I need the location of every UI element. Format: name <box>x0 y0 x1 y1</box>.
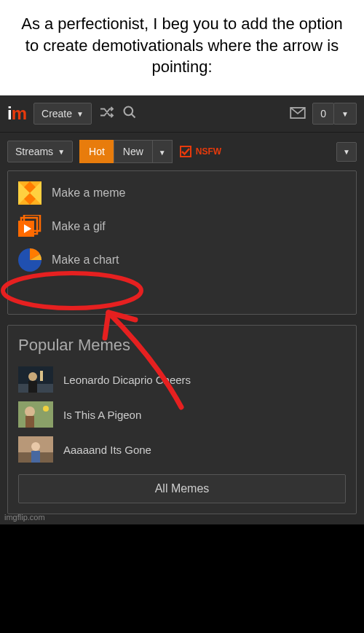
caret-down-icon: ▼ <box>341 110 349 118</box>
meme-caption-area: As a perfectionist, I beg you to add the… <box>0 0 364 95</box>
shuffle-icon[interactable] <box>99 106 115 122</box>
meme-label: Aaaaand Its Gone <box>63 444 151 456</box>
make-chart-item[interactable]: Make a chart <box>18 248 346 272</box>
svg-rect-16 <box>25 416 34 428</box>
nsfw-toggle[interactable]: NSFW <box>180 146 221 157</box>
meme-label: Leonardo Dicaprio Cheers <box>63 374 191 386</box>
sort-new-button[interactable]: New <box>114 140 153 163</box>
chart-icon <box>18 248 41 272</box>
meme-thumb <box>18 436 53 463</box>
app-screenshot: im Create ▼ 0 ▼ Streams ▼ Hot New <box>0 95 364 524</box>
create-label: Create <box>41 108 72 119</box>
make-chart-label: Make a chart <box>52 253 119 267</box>
all-memes-button[interactable]: All Memes <box>18 474 346 503</box>
caret-down-icon: ▼ <box>76 110 84 118</box>
meme-item-pigeon[interactable]: Is This A Pigeon <box>18 401 346 428</box>
filter-bar: Streams ▼ Hot New ▼ NSFW ▼ <box>0 133 364 170</box>
watermark: imgflip.com <box>4 513 45 522</box>
svg-point-0 <box>124 106 132 115</box>
search-icon[interactable] <box>122 105 137 123</box>
svg-rect-14 <box>18 401 53 428</box>
more-options-button[interactable]: ▼ <box>336 142 357 162</box>
meme-label: Is This A Pigeon <box>63 409 141 421</box>
make-gif-item[interactable]: Make a gif <box>18 215 346 238</box>
notification-dropdown[interactable]: ▼ <box>333 103 357 125</box>
logo-letter-m: m <box>12 103 26 124</box>
meme-thumb <box>18 366 53 393</box>
svg-line-1 <box>131 114 135 117</box>
site-logo[interactable]: im <box>7 103 26 124</box>
popular-memes-panel: Popular Memes Leonardo Dicaprio Cheers I… <box>7 325 357 514</box>
svg-point-20 <box>31 442 40 451</box>
popular-memes-title: Popular Memes <box>18 336 346 355</box>
create-options-panel: Make a meme Make a gif Make a chart <box>7 170 357 315</box>
svg-rect-12 <box>28 381 37 393</box>
meme-item-leonardo[interactable]: Leonardo Dicaprio Cheers <box>18 366 346 393</box>
svg-point-17 <box>43 406 49 412</box>
meme-thumb <box>18 401 53 428</box>
meme-caption-text: As a perfectionist, I beg you to add the… <box>15 13 349 78</box>
mail-icon[interactable] <box>290 106 306 122</box>
make-meme-item[interactable]: Make a meme <box>18 181 346 205</box>
streams-label: Streams <box>15 146 53 157</box>
notification-group: 0 ▼ <box>313 103 357 125</box>
caret-down-icon: ▼ <box>343 148 350 156</box>
sort-more-button[interactable]: ▼ <box>152 140 173 163</box>
caret-down-icon: ▼ <box>159 149 166 157</box>
svg-point-11 <box>28 372 37 381</box>
caret-down-icon: ▼ <box>58 148 65 156</box>
meme-icon <box>18 181 41 205</box>
make-gif-label: Make a gif <box>52 220 106 233</box>
sort-group: Hot New ▼ <box>80 140 173 163</box>
nsfw-checkbox <box>180 146 191 157</box>
top-bar: im Create ▼ 0 ▼ <box>0 95 364 133</box>
make-meme-label: Make a meme <box>52 186 125 200</box>
svg-rect-13 <box>40 371 43 381</box>
notification-count[interactable]: 0 <box>312 103 334 125</box>
sort-hot-button[interactable]: Hot <box>79 140 114 163</box>
svg-rect-21 <box>31 451 40 463</box>
gif-icon <box>18 215 41 238</box>
empty-slot-highlighted <box>18 282 346 304</box>
streams-button[interactable]: Streams ▼ <box>7 141 73 162</box>
meme-item-gone[interactable]: Aaaaand Its Gone <box>18 436 346 463</box>
svg-point-15 <box>25 406 35 417</box>
nsfw-label: NSFW <box>196 146 221 157</box>
create-button[interactable]: Create ▼ <box>33 103 92 125</box>
